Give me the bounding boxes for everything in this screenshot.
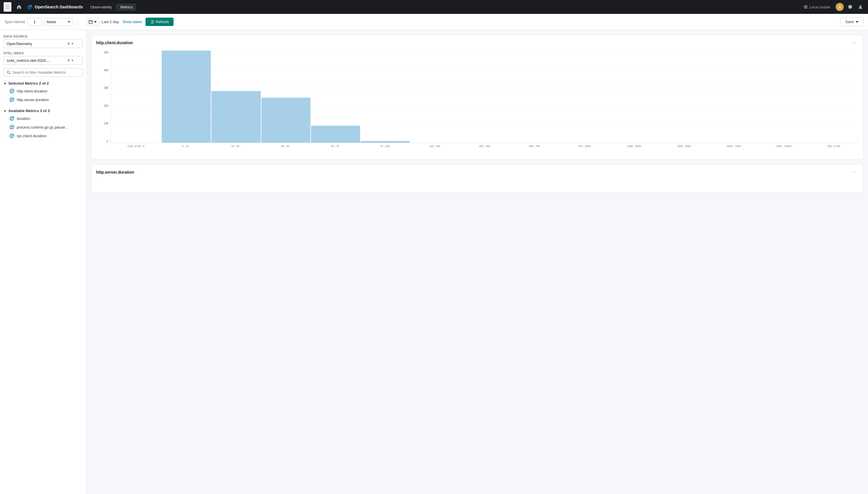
selected-metrics-header[interactable]: ▼ Selected Metrics 2 of 2 <box>3 80 83 87</box>
bar-col-0 <box>112 51 161 143</box>
bar-col-8 <box>510 51 559 143</box>
bar-col-7 <box>460 51 509 143</box>
chart-menu-button-http-client[interactable]: ··· <box>849 40 859 46</box>
bar-2[interactable] <box>211 91 260 143</box>
x-label-5: 75 - 100 <box>360 145 410 148</box>
bar-3[interactable] <box>261 98 311 143</box>
bar-1[interactable] <box>162 51 211 143</box>
metric-icon-duration <box>9 116 15 121</box>
settings-icon <box>848 5 852 9</box>
bar-col-3 <box>261 51 311 143</box>
x-label-11: 2500 - 5000 <box>659 145 709 148</box>
x-label-9: 750 - 1000 <box>559 145 609 148</box>
y-axis-http-client: 5M 4M 3M 2M 1M 0 <box>96 51 111 143</box>
otel-index-clear-icon[interactable]: ✕ <box>66 58 72 63</box>
span-unit-select[interactable]: hours seconds minutes days <box>44 18 73 26</box>
otel-index-select[interactable]: ss4o_metrics-otel-2024.... ✕ ▾ <box>3 56 83 65</box>
cluster-label: Local cluster <box>809 5 830 9</box>
svg-rect-2 <box>804 7 807 7</box>
hamburger-button[interactable]: ☰ <box>3 2 12 12</box>
chart-card-http-server: http.server.duration ··· <box>91 164 863 193</box>
datasource-clear-icon[interactable]: ✕ <box>66 41 72 46</box>
otel-index-section: Otel Index ss4o_metrics-otel-2024.... ✕ … <box>3 52 83 65</box>
metric-item-process-runtime[interactable]: process.runtime.go.gc.pause... <box>3 123 83 131</box>
metric-icon-process-runtime <box>9 125 15 130</box>
selected-metrics-list: http.client.duration http.server.duratio… <box>3 87 83 104</box>
svg-point-9 <box>7 71 10 73</box>
chart-menu-button-http-server[interactable]: ··· <box>849 169 859 175</box>
save-label: Save <box>845 20 854 24</box>
available-metrics-title: Available Metrics 3 of 3 <box>8 109 50 113</box>
breadcrumb-observability[interactable]: Observability <box>86 3 116 11</box>
datasource-value: OpenTelemetry <box>7 42 32 46</box>
x-label-3: 25 - 50 <box>260 145 310 148</box>
datasource-label: Data source <box>3 35 83 38</box>
metric-item-http-client[interactable]: http.client.duration <box>3 87 83 95</box>
available-metrics-header[interactable]: ▼ Available Metrics 3 of 3 <box>3 108 83 114</box>
chart-card-http-client: http.client.duration ··· 5M 4M 3M 2M 1M … <box>91 35 863 159</box>
metric-item-http-server[interactable]: http.server.duration <box>3 95 83 104</box>
sidebar-resize-handle[interactable] <box>85 30 86 494</box>
bar-col-10 <box>609 51 658 143</box>
refresh-label: Refresh <box>156 20 169 24</box>
calendar-chevron-icon <box>94 21 97 23</box>
bar-col-13 <box>758 51 808 143</box>
breadcrumb: Observability / Metrics <box>86 3 136 11</box>
user-profile-button[interactable] <box>856 3 865 11</box>
metric-item-duration[interactable]: duration <box>3 114 83 123</box>
breadcrumb-metrics[interactable]: Metrics <box>117 3 136 11</box>
metric-name-duration: duration <box>17 116 30 121</box>
bar-col-1 <box>162 51 211 143</box>
app-name: OpenSearch Dashboards <box>35 5 83 9</box>
metric-icon-rpc-client <box>9 133 15 138</box>
save-button[interactable]: Save <box>840 17 863 26</box>
selected-metrics-title: Selected Metrics 2 of 2 <box>8 81 49 86</box>
home-icon <box>17 5 21 9</box>
datasource-chevron-icon: ▾ <box>72 42 73 46</box>
available-metrics-list: duration process.runtime.go.gc.pause... <box>3 114 83 140</box>
search-icon <box>7 71 11 75</box>
calendar-icon <box>88 20 93 24</box>
x-label-1: 5 - 10 <box>161 145 211 148</box>
refresh-button[interactable]: Refresh <box>145 18 174 26</box>
user-profile-icon <box>858 5 863 9</box>
settings-button[interactable] <box>846 3 854 11</box>
home-button[interactable] <box>15 3 23 11</box>
x-label-0: -3.40...e+38 - 0 <box>111 145 161 148</box>
x-label-8: 500 - 750 <box>509 145 559 148</box>
span-interval-label: Span Interval <box>5 20 25 24</box>
selected-metrics-section: ▼ Selected Metrics 2 of 2 http.client.du… <box>3 80 83 104</box>
show-dates-button[interactable]: Show dates <box>121 18 143 25</box>
metrics-search-box[interactable] <box>3 68 83 77</box>
calendar-button[interactable] <box>86 18 99 26</box>
y-label-2m: 2M <box>104 104 108 108</box>
bar-col-14 <box>808 51 857 143</box>
y-label-3m: 3M <box>104 86 108 90</box>
bar-col-12 <box>709 51 758 143</box>
bar-4[interactable] <box>311 126 360 143</box>
datasource-select[interactable]: OpenTelemetry ✕ ▾ <box>3 39 83 48</box>
metric-name-rpc-client: rpc.client.duration <box>17 134 46 138</box>
x-label-7: 250 - 500 <box>460 145 510 148</box>
bar-col-5 <box>361 51 410 143</box>
metric-icon-http-server <box>9 97 15 102</box>
save-chevron-icon <box>855 21 859 23</box>
user-avatar[interactable]: a <box>836 3 844 11</box>
svg-rect-1 <box>804 5 807 6</box>
span-value-input[interactable] <box>27 18 42 26</box>
y-label-1m: 1M <box>104 121 108 125</box>
y-label-5m: 5M <box>104 51 108 54</box>
available-metrics-chevron: ▼ <box>3 109 7 113</box>
metric-name-process-runtime: process.runtime.go.gc.pause... <box>17 125 68 129</box>
bar-col-2 <box>211 51 260 143</box>
x-label-13: 7500 - 10000 <box>759 145 809 148</box>
cluster-button[interactable]: Local cluster <box>801 3 833 11</box>
metric-item-rpc-client[interactable]: rpc.client.duration <box>3 131 83 140</box>
y-label-4m: 4M <box>104 69 108 72</box>
app-logo: OpenSearch Dashboards <box>26 4 83 10</box>
bars-area-http-client <box>111 51 859 143</box>
bar-5[interactable] <box>361 141 410 143</box>
main-layout: Data source OpenTelemetry ✕ ▾ Otel Index… <box>0 30 868 494</box>
otel-index-chevron-icon: ▾ <box>72 58 73 62</box>
search-input[interactable] <box>13 70 80 75</box>
